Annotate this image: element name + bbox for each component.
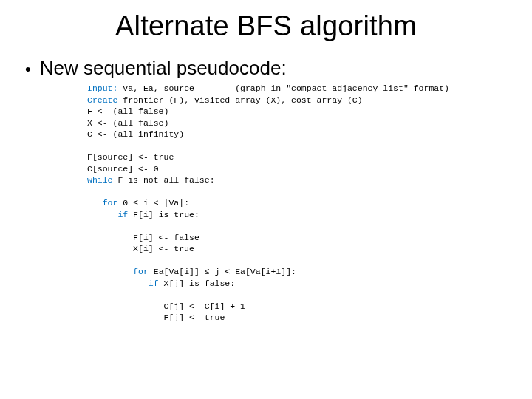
bullet-dot-icon: •	[25, 61, 31, 78]
code-line: X <- (all false)	[87, 118, 168, 128]
code-line: F[source] <- true	[87, 152, 174, 162]
code-line: Va, Ea, source (graph in "compact adjace…	[117, 83, 449, 93]
kw-if: if	[87, 279, 159, 288]
kw-input: Input:	[87, 83, 117, 93]
bullet-text: New sequential pseudocode:	[40, 57, 287, 80]
code-line: C[source] <- 0	[87, 164, 159, 174]
code-line: F[i] is true:	[128, 210, 200, 219]
kw-if: if	[87, 210, 128, 219]
kw-create: Create	[87, 95, 117, 105]
code-line: Ea[Va[i]] ≤ j < Ea[Va[i+1]]:	[149, 267, 296, 276]
slide: Alternate BFS algorithm • New sequential…	[0, 0, 532, 399]
kw-for: for	[87, 198, 117, 208]
slide-title: Alternate BFS algorithm	[30, 10, 502, 42]
pseudocode-block: Input: Va, Ea, source (graph in "compact…	[87, 83, 502, 324]
bullet-item: • New sequential pseudocode:	[25, 57, 502, 80]
code-line: X[i] <- true	[87, 244, 194, 253]
code-line: frontier (F), visited array (X), cost ar…	[117, 95, 362, 105]
code-line: F[i] <- false	[87, 233, 200, 242]
kw-while: while	[87, 175, 113, 185]
code-line: F is not all false:	[113, 175, 215, 185]
code-line: 0 ≤ i < |Va|:	[117, 198, 189, 208]
kw-for: for	[87, 267, 149, 276]
code-line: F <- (all false)	[87, 106, 168, 116]
code-line: C <- (all infinity)	[87, 129, 184, 139]
code-line: F[j] <- true	[87, 313, 225, 322]
code-line: X[j] is false:	[159, 279, 236, 288]
code-line: C[j] <- C[i] + 1	[87, 301, 245, 311]
